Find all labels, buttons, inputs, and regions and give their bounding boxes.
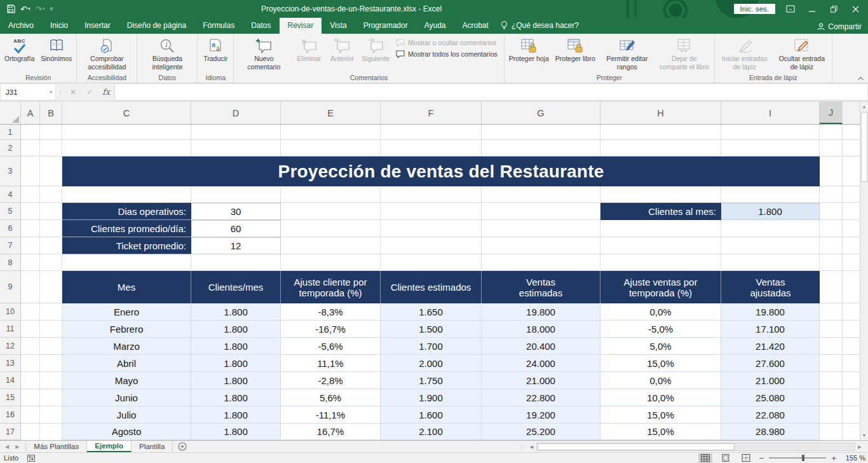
ribbon-display-options-icon[interactable] (784, 3, 797, 15)
monthly-value[interactable]: 1.800 (721, 203, 820, 220)
cell[interactable]: Junio (62, 389, 191, 406)
column-header-c[interactable]: C (62, 102, 191, 124)
cell[interactable]: 1.800 (191, 389, 281, 406)
column-header-b[interactable]: B (40, 102, 62, 124)
zoom-track[interactable] (769, 457, 826, 459)
formula-bar-splitter[interactable]: ⁝ (56, 83, 65, 100)
tab-diseno-de-pagina[interactable]: Diseño de página (119, 18, 194, 34)
zoom-in-icon[interactable]: + (831, 453, 836, 463)
minimize-button[interactable] (806, 3, 818, 15)
cell[interactable]: Agosto (62, 424, 191, 440)
protect-workbook-button[interactable]: Proteger libro (552, 35, 599, 63)
scroll-down-icon[interactable]: ▼ (860, 431, 868, 440)
cell[interactable]: 5,6% (281, 389, 381, 406)
cell[interactable]: 25.200 (482, 424, 600, 440)
cell[interactable]: 1.800 (191, 406, 281, 424)
tab-formulas[interactable]: Fórmulas (194, 18, 243, 34)
scroll-up-icon[interactable]: ▲ (860, 102, 868, 111)
row-header-13[interactable]: 13 (0, 355, 20, 372)
cell[interactable]: 19.800 (482, 303, 600, 321)
insert-function-icon[interactable]: fx (98, 83, 114, 100)
spreadsheet-grid[interactable]: 1 2 3 4 5 6 7 8 9 10 11 12 13 14 15 16 1… (0, 125, 860, 440)
new-sheet-icon[interactable] (173, 441, 192, 452)
row-header-7[interactable]: 7 (0, 237, 20, 254)
horizontal-scrollbar[interactable]: ⁝ ◀ ▶ (521, 442, 864, 452)
zoom-level[interactable]: 155 % (843, 454, 865, 462)
zoom-slider[interactable]: − + (759, 453, 836, 463)
cell[interactable]: 0,0% (600, 372, 721, 389)
tab-programador[interactable]: Programador (355, 18, 416, 34)
show-all-comments-button[interactable]: Mostrar todos los comentarios (395, 50, 498, 58)
cell[interactable]: 24.000 (482, 355, 600, 372)
cell[interactable]: 1.600 (381, 406, 482, 424)
macro-record-icon[interactable] (27, 455, 35, 462)
zoom-thumb[interactable] (802, 455, 804, 461)
row-header-5[interactable]: 5 (0, 203, 20, 220)
cell[interactable]: 1.500 (381, 321, 482, 338)
cell[interactable]: Febrero (62, 321, 191, 338)
scroll-left-icon[interactable]: ◀ (527, 443, 536, 452)
cell[interactable]: 21.000 (482, 372, 600, 389)
page-break-view-icon[interactable] (739, 453, 753, 463)
row-header-11[interactable]: 11 (0, 321, 20, 338)
allow-edit-ranges-button[interactable]: Permitir editar rangos (599, 35, 656, 71)
cell[interactable]: 25.080 (721, 389, 820, 406)
cell[interactable]: -8,3% (281, 303, 381, 321)
cell[interactable]: 17.100 (721, 321, 820, 338)
horizontal-scroll-track[interactable] (536, 443, 855, 451)
tab-archivo[interactable]: Archivo (0, 18, 42, 34)
cell[interactable]: 1.800 (191, 424, 281, 440)
cell[interactable]: 15,0% (600, 355, 721, 372)
param-value[interactable]: 60 (191, 220, 281, 237)
page-layout-view-icon[interactable] (719, 453, 733, 463)
formula-input[interactable] (114, 83, 868, 100)
cell[interactable]: Abril (62, 355, 191, 372)
cell[interactable]: 1.800 (191, 372, 281, 389)
cell[interactable]: Marzo (62, 338, 191, 355)
cell[interactable]: 1.800 (191, 355, 281, 372)
cell[interactable]: 1.900 (381, 389, 482, 406)
row-header-10[interactable]: 10 (0, 303, 20, 321)
cell[interactable]: 16,7% (281, 424, 381, 440)
cell[interactable]: 0,0% (600, 303, 721, 321)
cell[interactable]: 2.000 (381, 355, 482, 372)
horizontal-scroll-thumb[interactable] (538, 443, 735, 450)
tab-revisar[interactable]: Revisar (280, 18, 322, 34)
column-header-a[interactable]: A (21, 102, 40, 124)
sheet-tab-plantilla[interactable]: Plantilla (132, 441, 173, 452)
cell[interactable]: Julio (62, 406, 191, 424)
sheet-tab-mas-plantillas[interactable]: Más Plantillas (26, 441, 87, 452)
cell[interactable]: 1.650 (381, 303, 482, 321)
collapse-ribbon-icon[interactable] (857, 76, 864, 81)
cell[interactable]: 27.600 (721, 355, 820, 372)
row-header-9[interactable]: 9 (0, 271, 20, 303)
row-header-1[interactable]: 1 (0, 125, 20, 140)
smart-lookup-button[interactable]: i Búsqueda inteligente (139, 35, 196, 71)
row-header-15[interactable]: 15 (0, 389, 20, 406)
translate-button[interactable]: aã Traducir (199, 35, 232, 63)
cell[interactable]: 1.700 (381, 338, 482, 355)
column-header-g[interactable]: G (482, 102, 600, 124)
name-box[interactable]: J31▾ (0, 83, 56, 100)
sheet-tab-ejemplo[interactable]: Ejemplo (87, 441, 132, 452)
cell[interactable]: 1.800 (191, 321, 281, 338)
cell[interactable]: -5,0% (600, 321, 721, 338)
tab-datos[interactable]: Datos (243, 18, 279, 34)
tab-ayuda[interactable]: Ayuda (416, 18, 454, 34)
sign-in-button[interactable]: Inic. ses. (734, 4, 775, 14)
row-header-6[interactable]: 6 (0, 220, 20, 237)
tab-acrobat[interactable]: Acrobat (454, 18, 497, 34)
row-header-12[interactable]: 12 (0, 338, 20, 355)
row-header-3[interactable]: 3 (0, 156, 20, 186)
cell[interactable]: 5,0% (600, 338, 721, 355)
spelling-button[interactable]: ABC Ortografía (1, 35, 37, 63)
zoom-out-icon[interactable]: − (759, 453, 764, 463)
name-box-dropdown-icon[interactable]: ▾ (50, 90, 52, 95)
cell[interactable]: 19.200 (482, 406, 600, 424)
new-comment-button[interactable]: Nuevo comentario (235, 35, 292, 71)
hide-ink-button[interactable]: Ocultar entrada de lápiz (773, 35, 831, 71)
cell[interactable]: 10,0% (600, 389, 721, 406)
cell[interactable]: 28.980 (721, 424, 820, 440)
column-header-f[interactable]: F (381, 102, 482, 124)
tell-me-search[interactable]: ¿Qué desea hacer? (497, 18, 587, 34)
